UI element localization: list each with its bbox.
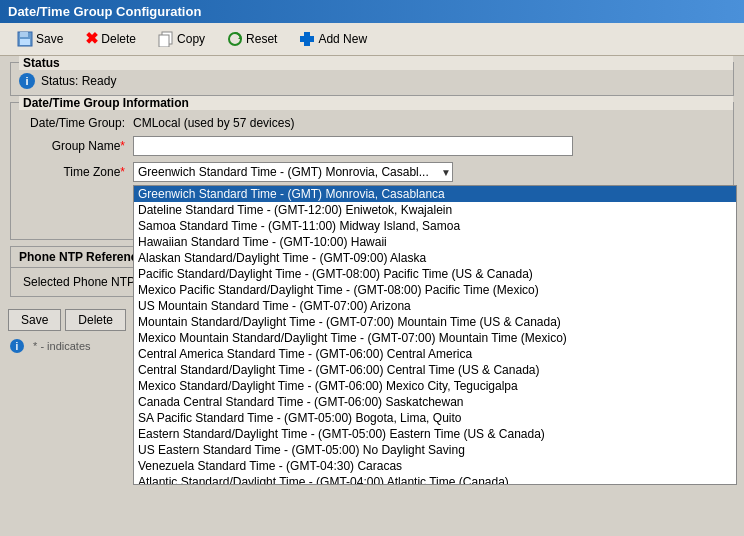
addnew-icon xyxy=(299,31,315,47)
status-text: Status: Ready xyxy=(41,74,116,88)
save-button[interactable]: Save xyxy=(8,27,72,51)
timezone-option[interactable]: SA Pacific Standard Time - (GMT-05:00) B… xyxy=(134,410,736,426)
note-text: * - indicates xyxy=(33,340,90,352)
status-content: i Status: Ready xyxy=(11,73,733,95)
svg-rect-4 xyxy=(159,35,169,47)
toolbar: Save ✖ Delete Copy Reset Add New xyxy=(0,23,744,56)
svg-rect-1 xyxy=(20,32,28,37)
timezone-select-wrapper: Greenwich Standard Time - (GMT) Monrovia… xyxy=(133,162,453,182)
timezone-option[interactable]: Atlantic Standard/Daylight Time - (GMT-0… xyxy=(134,474,736,485)
timezone-option[interactable]: Dateline Standard Time - (GMT-12:00) Eni… xyxy=(134,202,736,218)
timezone-option[interactable]: Canada Central Standard Time - (GMT-06:0… xyxy=(134,394,736,410)
addnew-button[interactable]: Add New xyxy=(290,27,376,51)
timezone-option[interactable]: Mexico Pacific Standard/Daylight Time - … xyxy=(134,282,736,298)
timezone-arrow: ▼ xyxy=(441,167,451,178)
timezone-label-cell: Time Zone* xyxy=(19,159,129,185)
timezone-option[interactable]: Alaskan Standard/Daylight Time - (GMT-09… xyxy=(134,250,736,266)
delete-icon: ✖ xyxy=(85,31,98,47)
copy-button[interactable]: Copy xyxy=(149,27,214,51)
timezone-option[interactable]: Central Standard/Daylight Time - (GMT-06… xyxy=(134,362,736,378)
datetime-group-row: Date/Time Group: CMLocal (used by 57 dev… xyxy=(19,113,725,133)
timezone-select-display[interactable]: Greenwich Standard Time - (GMT) Monrovia… xyxy=(133,162,453,182)
save-icon xyxy=(17,31,33,47)
group-name-row: Group Name* CMLocal xyxy=(19,133,725,159)
timezone-option[interactable]: Greenwich Standard Time - (GMT) Monrovia… xyxy=(134,186,736,202)
timezone-option[interactable]: Mexico Standard/Daylight Time - (GMT-06:… xyxy=(134,378,736,394)
delete-button[interactable]: ✖ Delete xyxy=(76,27,145,51)
note-info-icon: i xyxy=(10,339,24,353)
copy-icon xyxy=(158,31,174,47)
timezone-option[interactable]: US Mountain Standard Time - (GMT-07:00) … xyxy=(134,298,736,314)
title-bar: Date/Time Group Configuration xyxy=(0,0,744,23)
group-name-cell: CMLocal xyxy=(129,133,725,159)
datetime-group-value: CMLocal (used by 57 devices) xyxy=(129,113,725,133)
group-name-label: Group Name* xyxy=(19,133,129,159)
status-section: Status i Status: Ready xyxy=(10,62,734,96)
bottom-delete-button[interactable]: Delete xyxy=(65,309,126,331)
svg-rect-8 xyxy=(300,36,314,42)
timezone-dropdown-list[interactable]: Greenwich Standard Time - (GMT) Monrovia… xyxy=(133,185,737,485)
bottom-save-button[interactable]: Save xyxy=(8,309,61,331)
timezone-row: Time Zone* Greenwich Standard Time - (GM… xyxy=(19,159,725,185)
timezone-option[interactable]: Mountain Standard/Daylight Time - (GMT-0… xyxy=(134,314,736,330)
reset-icon xyxy=(227,31,243,47)
timezone-dropdown-container: Greenwich Standard Time - (GMT) Monrovia… xyxy=(133,185,725,233)
timezone-option[interactable]: Samoa Standard Time - (GMT-11:00) Midway… xyxy=(134,218,736,234)
timezone-option[interactable]: Hawaiian Standard Time - (GMT-10:00) Haw… xyxy=(134,234,736,250)
datetime-section: Date/Time Group Information Date/Time Gr… xyxy=(10,102,734,240)
reset-button[interactable]: Reset xyxy=(218,27,286,51)
timezone-option[interactable]: Central America Standard Time - (GMT-06:… xyxy=(134,346,736,362)
group-name-input[interactable]: CMLocal xyxy=(133,136,573,156)
ntp-label: Selected Phone NTP: xyxy=(19,272,142,292)
form-table: Date/Time Group: CMLocal (used by 57 dev… xyxy=(19,113,725,185)
datetime-content: Date/Time Group: CMLocal (used by 57 dev… xyxy=(11,113,733,239)
timezone-option[interactable]: Mexico Mountain Standard/Daylight Time -… xyxy=(134,330,736,346)
status-legend: Status xyxy=(19,56,733,70)
timezone-option[interactable]: Eastern Standard/Daylight Time - (GMT-05… xyxy=(134,426,736,442)
timezone-option[interactable]: Venezuela Standard Time - (GMT-04:30) Ca… xyxy=(134,458,736,474)
timezone-option[interactable]: Pacific Standard/Daylight Time - (GMT-08… xyxy=(134,266,736,282)
timezone-option[interactable]: US Eastern Standard Time - (GMT-05:00) N… xyxy=(134,442,736,458)
datetime-group-label: Date/Time Group: xyxy=(19,113,129,133)
svg-rect-2 xyxy=(20,39,30,45)
info-icon: i xyxy=(19,73,35,89)
title-text: Date/Time Group Configuration xyxy=(8,4,201,19)
timezone-cell: Greenwich Standard Time - (GMT) Monrovia… xyxy=(129,159,725,185)
datetime-legend: Date/Time Group Information xyxy=(19,96,733,110)
